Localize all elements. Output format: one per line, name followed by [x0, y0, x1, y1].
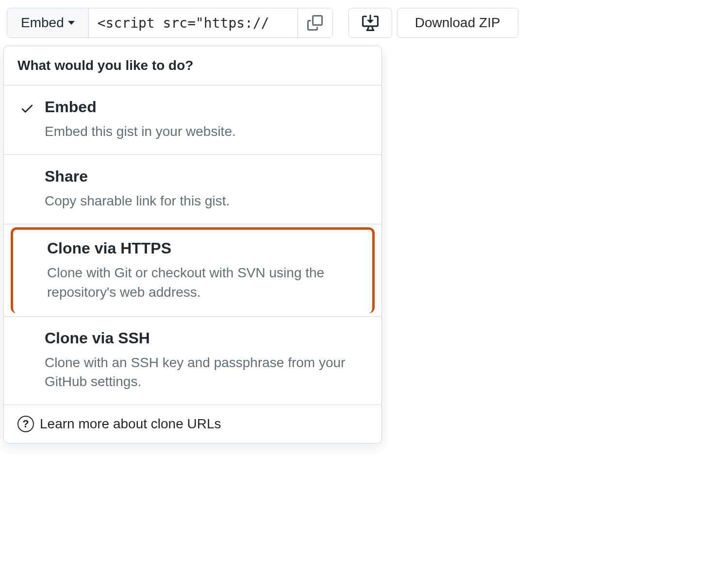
toolbar: Embed Download ZIP [0, 0, 728, 46]
dropdown-item-content: Clone via SSH Clone with an SSH key and … [45, 329, 368, 391]
copy-icon [307, 15, 323, 31]
caret-down-icon [68, 21, 75, 25]
check-placeholder [17, 329, 37, 332]
dropdown-header: What would you like to do? [4, 46, 381, 85]
dropdown-item-description: Copy sharable link for this gist. [45, 191, 368, 210]
question-icon: ? [17, 416, 34, 432]
dropdown-item-content: Embed Embed this gist in your website. [45, 98, 368, 141]
desktop-download-icon [362, 15, 379, 31]
dropdown-item-title: Share [45, 168, 368, 186]
desktop-download-button[interactable] [348, 8, 392, 38]
dropdown-item-clone-https[interactable]: Clone via HTTPS Clone with Git or checko… [11, 227, 375, 313]
check-placeholder [20, 239, 39, 242]
embed-script-input[interactable] [89, 8, 298, 37]
check-placeholder [17, 168, 37, 170]
embed-group: Embed [7, 8, 333, 38]
download-zip-button[interactable]: Download ZIP [397, 8, 518, 38]
dropdown-item-title: Clone via HTTPS [47, 239, 365, 257]
dropdown-item-share[interactable]: Share Copy sharable link for this gist. [4, 155, 381, 224]
dropdown-item-description: Clone with Git or checkout with SVN usin… [47, 263, 365, 301]
dropdown-item-clone-ssh[interactable]: Clone via SSH Clone with an SSH key and … [4, 317, 381, 405]
check-icon [17, 98, 37, 116]
embed-dropdown-label: Embed [21, 15, 64, 31]
dropdown-item-embed[interactable]: Embed Embed this gist in your website. [4, 85, 381, 155]
dropdown-footer-label: Learn more about clone URLs [40, 416, 221, 432]
dropdown-item-description: Clone with an SSH key and passphrase fro… [45, 353, 368, 391]
dropdown-item-content: Clone via HTTPS Clone with Git or checko… [47, 239, 365, 301]
copy-button[interactable] [298, 8, 332, 37]
dropdown-footer-link[interactable]: ? Learn more about clone URLs [4, 405, 381, 443]
embed-dropdown-menu: What would you like to do? Embed Embed t… [3, 46, 382, 443]
dropdown-item-title: Clone via SSH [45, 329, 368, 347]
embed-dropdown-button[interactable]: Embed [7, 8, 89, 37]
dropdown-item-description: Embed this gist in your website. [45, 122, 368, 141]
dropdown-item-title: Embed [45, 98, 368, 116]
dropdown-item-content: Share Copy sharable link for this gist. [45, 168, 368, 210]
